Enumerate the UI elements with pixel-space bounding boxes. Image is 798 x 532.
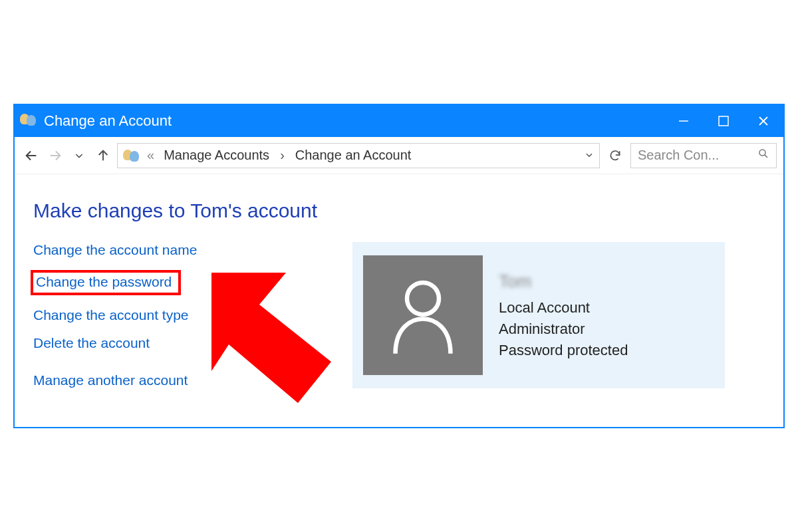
chevron-right-icon xyxy=(276,148,289,163)
account-role-label: Administrator xyxy=(499,319,628,340)
titlebar: Change an Account xyxy=(15,105,783,137)
close-button[interactable] xyxy=(743,105,783,137)
address-dropdown-icon[interactable] xyxy=(585,148,594,163)
search-placeholder: Search Con... xyxy=(638,148,719,163)
user-accounts-icon xyxy=(20,112,37,130)
control-panel-window: Change an Account « Manage Accounts xyxy=(13,104,785,428)
breadcrumb-segment[interactable]: Change an Account xyxy=(295,148,412,163)
account-type-label: Local Account xyxy=(499,297,628,319)
toolbar: « Manage Accounts Change an Account Sear… xyxy=(15,137,783,174)
window-title: Change an Account xyxy=(44,112,664,130)
refresh-button[interactable] xyxy=(604,144,626,167)
minimize-button[interactable] xyxy=(664,105,704,137)
up-button[interactable] xyxy=(93,146,113,166)
account-username: Tom xyxy=(499,269,628,295)
address-bar[interactable]: « Manage Accounts Change an Account xyxy=(117,143,600,168)
account-info: Tom Local Account Administrator Password… xyxy=(499,269,628,360)
link-change-password[interactable]: Change the password xyxy=(31,270,181,295)
avatar xyxy=(363,255,483,375)
search-input[interactable]: Search Con... xyxy=(630,143,777,168)
account-card: Tom Local Account Administrator Password… xyxy=(352,242,725,388)
svg-rect-1 xyxy=(719,116,728,126)
content-area: Make changes to Tom's account Change the… xyxy=(15,174,783,427)
search-icon xyxy=(757,148,769,163)
account-actions-list: Change the account name Change the passw… xyxy=(33,242,326,388)
link-delete-account[interactable]: Delete the account xyxy=(33,335,150,351)
maximize-button[interactable] xyxy=(704,105,743,137)
svg-line-8 xyxy=(765,155,767,158)
crumb-prefix: « xyxy=(147,148,154,163)
page-title: Make changes to Tom's account xyxy=(33,200,765,222)
recent-locations-button[interactable] xyxy=(69,146,89,166)
svg-point-9 xyxy=(407,283,439,315)
back-button[interactable] xyxy=(21,146,41,166)
link-change-account-name[interactable]: Change the account name xyxy=(33,242,197,258)
breadcrumb-segment[interactable]: Manage Accounts xyxy=(164,148,269,163)
svg-point-7 xyxy=(759,150,765,156)
user-accounts-icon xyxy=(123,148,140,163)
link-manage-another-account[interactable]: Manage another account xyxy=(33,372,188,388)
link-change-account-type[interactable]: Change the account type xyxy=(33,307,189,323)
account-password-status: Password protected xyxy=(499,340,628,361)
forward-button[interactable] xyxy=(45,146,65,166)
